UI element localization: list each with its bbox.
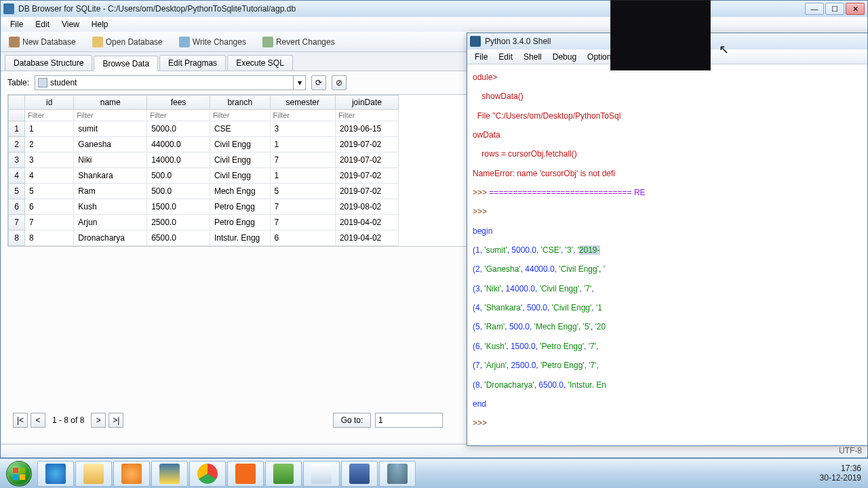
menu-edit[interactable]: Edit (30, 18, 55, 30)
system-tray[interactable]: 17:36 30-12-2019 (813, 464, 868, 483)
idle-icon (311, 464, 332, 484)
svg-rect-1 (20, 468, 25, 473)
media-icon (121, 464, 142, 484)
tray-time: 17:36 (820, 464, 861, 474)
table-row[interactable]: 11sumit5000.0CSE32019-06-15 (9, 121, 399, 137)
menu-help[interactable]: Help (86, 18, 114, 30)
db-titlebar[interactable]: DB Browser for SQLite - C:/Users/om/Desk… (1, 1, 867, 17)
table-row[interactable]: 22Ganesha44000.0Civil Engg12019-07-02 (9, 137, 399, 152)
filter-input[interactable] (75, 110, 145, 121)
py-menu-debug[interactable]: Debug (548, 51, 581, 63)
new-database-button[interactable]: New Database (5, 35, 80, 49)
table-row[interactable]: 77Arjun2500.0Petro Engg72019-04-02 (9, 215, 399, 230)
tab-database-structure[interactable]: Database Structure (5, 55, 92, 70)
filter-input[interactable] (272, 110, 334, 121)
start-button[interactable] (1, 460, 37, 487)
python-icon (159, 464, 180, 484)
app-icon (273, 464, 294, 484)
col-id[interactable]: id (25, 96, 74, 110)
taskbar-app3[interactable] (341, 461, 378, 487)
refresh-button[interactable]: ⟳ (311, 75, 326, 90)
write-icon (179, 37, 190, 47)
db-icon (9, 37, 20, 47)
webcam-overlay (610, 0, 711, 70)
table-icon (38, 78, 47, 87)
taskbar-chrome[interactable] (189, 461, 226, 487)
database-icon (387, 464, 408, 484)
open-icon (92, 37, 103, 47)
table-select-value: student (50, 78, 77, 87)
py-menu-file[interactable]: File (470, 51, 492, 63)
table-row[interactable]: 55Ram500.0Mech Engg52019-07-02 (9, 184, 399, 199)
app-icon (235, 464, 256, 484)
revert-changes-button[interactable]: Revert Changes (258, 35, 339, 49)
svg-rect-0 (13, 468, 18, 473)
table-row[interactable]: 88Dronacharya6500.0Intstur. Engg62019-04… (9, 230, 399, 246)
filter-input[interactable] (149, 110, 208, 121)
revert-icon (262, 37, 273, 47)
pager-range: 1 - 8 of 8 (48, 415, 88, 425)
statusbar: UTF-8 (1, 444, 867, 458)
tab-browse-data[interactable]: Browse Data (94, 56, 158, 71)
svg-rect-2 (13, 474, 18, 480)
py-menu-edit[interactable]: Edit (494, 51, 517, 63)
col-branch[interactable]: branch (210, 96, 270, 110)
tab-edit-pragmas[interactable]: Edit Pragmas (159, 55, 226, 70)
filter-input[interactable] (26, 110, 72, 121)
taskbar-db-browser[interactable] (379, 461, 416, 487)
col-fees[interactable]: fees (147, 96, 210, 110)
write-changes-button[interactable]: Write Changes (175, 35, 250, 49)
ie-icon (45, 464, 66, 484)
svg-rect-3 (20, 474, 25, 480)
taskbar-media[interactable] (113, 461, 150, 487)
menu-file[interactable]: File (5, 18, 28, 30)
pager: |< < 1 - 8 of 8 > >| (13, 413, 123, 428)
maximize-button[interactable]: ☐ (825, 3, 844, 15)
py-output[interactable]: odule> showData() File "C:/Users/om/Desk… (467, 64, 867, 435)
col-semester[interactable]: semester (270, 96, 335, 110)
open-database-button[interactable]: Open Database (88, 35, 167, 49)
python-icon (470, 36, 481, 47)
tab-execute-sql[interactable]: Execute SQL (227, 55, 293, 70)
db-app-icon (3, 3, 14, 14)
tray-date: 30-12-2019 (820, 474, 861, 483)
minimize-button[interactable]: — (805, 3, 824, 15)
table-row[interactable]: 66Kush1500.0Petro Engg72019-08-02 (9, 199, 399, 215)
close-button[interactable]: ✕ (846, 3, 865, 15)
table-select[interactable]: student ▾ (35, 75, 306, 90)
table-row[interactable]: 33Niki14000.0Civil Engg72019-07-02 (9, 152, 399, 168)
filter-input[interactable] (337, 110, 397, 121)
taskbar-python-shell[interactable] (303, 461, 340, 487)
menu-view[interactable]: View (56, 18, 85, 30)
chrome-icon (197, 464, 218, 484)
taskbar-python-ide[interactable] (151, 461, 188, 487)
python-shell-window: Python 3.4.0 Shell File Edit Shell Debug… (467, 33, 868, 446)
encoding-label: UTF-8 (839, 446, 862, 456)
filter-input[interactable] (212, 110, 269, 121)
db-menubar: File Edit View Help (1, 17, 867, 32)
pager-last[interactable]: >| (108, 413, 123, 428)
pager-prev[interactable]: < (31, 413, 45, 428)
taskbar-explorer[interactable] (75, 461, 112, 487)
py-menu-shell[interactable]: Shell (519, 51, 547, 63)
windows-orb-icon (6, 461, 32, 487)
clear-filters-button[interactable]: ⊘ (332, 75, 347, 90)
chevron-down-icon: ▾ (293, 76, 305, 89)
col-joinDate[interactable]: joinDate (335, 96, 398, 110)
table-label: Table: (7, 78, 29, 87)
app-icon (349, 464, 370, 484)
folder-icon (83, 464, 104, 484)
col-name[interactable]: name (74, 96, 147, 110)
taskbar-ie[interactable] (37, 461, 74, 487)
taskbar: 17:36 30-12-2019 (0, 458, 868, 488)
taskbar-app2[interactable] (265, 461, 302, 487)
pager-first[interactable]: |< (13, 413, 28, 428)
pager-next[interactable]: > (91, 413, 106, 428)
goto-input[interactable] (375, 413, 443, 428)
goto-button[interactable]: Go to: (333, 413, 371, 428)
table-row[interactable]: 44Shankara500.0Civil Engg12019-07-02 (9, 168, 399, 184)
taskbar-app1[interactable] (227, 461, 264, 487)
